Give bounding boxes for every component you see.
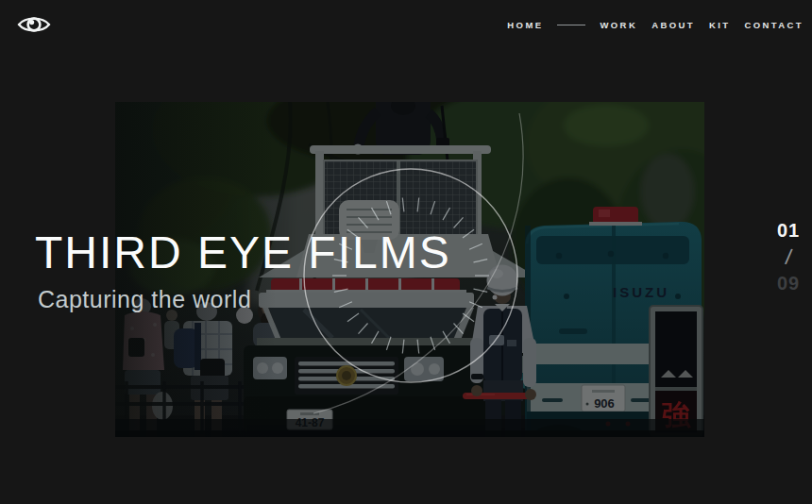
nav-home[interactable]: HOME [507,20,543,30]
nav-contact[interactable]: CONTACT [744,20,804,30]
header: HOME WORK ABOUT KIT CONTACT [0,0,812,43]
main-nav: HOME WORK ABOUT KIT CONTACT [507,20,804,30]
pagination-current: 01 [777,220,800,241]
logo-link[interactable] [17,12,51,37]
nav-work[interactable]: WORK [600,20,637,30]
eye-logo-icon [17,12,51,37]
pagination-total: 09 [777,273,800,294]
active-nav-indicator [557,25,585,25]
nav-kit[interactable]: KIT [709,20,731,30]
landing-page: HOME WORK ABOUT KIT CONTACT [0,0,812,504]
hero-title: THIRD EYE FILMS [35,230,451,276]
pagination-separator: / [784,245,793,269]
hero-subtitle: Capturing the world [38,287,251,311]
photo-bottom-edge [115,430,704,437]
nav-about[interactable]: ABOUT [651,20,695,30]
slide-pagination: 01 / 09 [770,220,806,294]
